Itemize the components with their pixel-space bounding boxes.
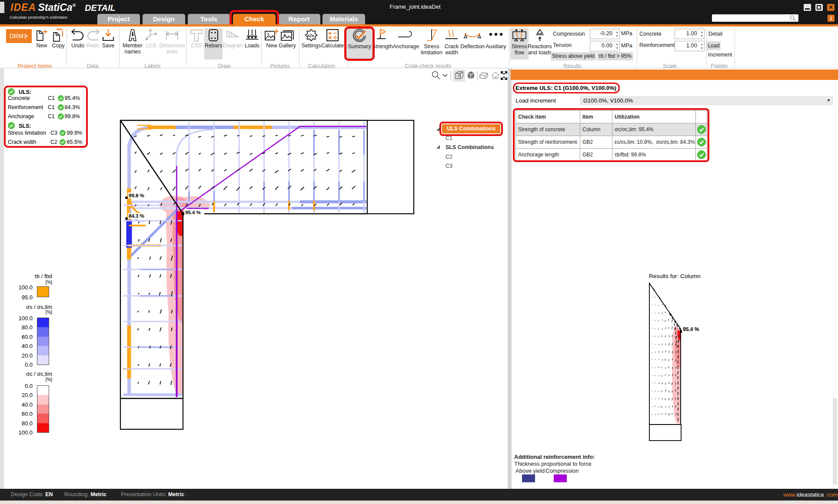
svg-text:84.3 %: 84.3 % bbox=[129, 213, 144, 219]
svg-text:</>: </> bbox=[307, 33, 314, 38]
svg-text:95.4 %: 95.4 % bbox=[185, 210, 201, 215]
svg-text:95.4 %: 95.4 % bbox=[683, 326, 699, 332]
svg-text:99.8 %: 99.8 % bbox=[129, 193, 144, 198]
